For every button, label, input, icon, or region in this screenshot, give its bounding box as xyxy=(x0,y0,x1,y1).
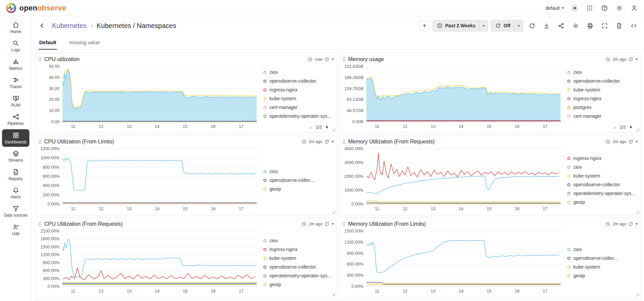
panel-refresh-icon[interactable] xyxy=(628,139,633,144)
breadcrumb-dashboards-link[interactable]: Kubernetes xyxy=(52,22,86,30)
legend-item-ingress-nginx[interactable]: ingress-nginx xyxy=(263,87,334,92)
time-range-caret[interactable]: ▾ xyxy=(480,20,488,31)
legend-item-openobserve-collector[interactable]: openobserve-collector xyxy=(567,182,638,187)
legend-page-up-icon[interactable]: ▲ xyxy=(613,125,617,130)
legend-item-ziox[interactable]: ziox xyxy=(567,164,638,170)
panel-menu-caret[interactable]: ▾ xyxy=(332,57,334,61)
print-button[interactable] xyxy=(584,20,596,31)
panel-refresh-icon[interactable] xyxy=(325,222,329,226)
sidebar-item-metrics[interactable]: Metrics xyxy=(2,56,29,73)
sidebar-item-logs[interactable]: Logs xyxy=(2,37,29,55)
add-panel-button[interactable]: + xyxy=(419,21,430,31)
legend-item-openobserve-collector[interactable]: openobserve-collec... xyxy=(567,255,638,261)
download-button[interactable] xyxy=(541,20,552,31)
legend-item-cert-manager[interactable]: cert-manager xyxy=(263,105,334,110)
legend-item-kube-system[interactable]: kube-system xyxy=(567,87,638,92)
json-file-button[interactable] xyxy=(613,20,625,31)
panel-refresh-icon[interactable] xyxy=(325,57,329,62)
tab-missing-value[interactable]: missing value xyxy=(69,39,101,50)
sidebar-item-alerts[interactable]: Alerts xyxy=(2,184,29,202)
theme-sun-icon[interactable] xyxy=(571,4,578,12)
panel-drag-handle-icon[interactable] xyxy=(342,57,345,62)
sidebar-item-streams[interactable]: Streams xyxy=(2,147,29,165)
auto-refresh-caret[interactable]: ▾ xyxy=(514,20,523,31)
sidebar-item-reports[interactable]: Reports xyxy=(2,166,29,184)
panel-resize-handle[interactable] xyxy=(636,128,639,132)
legend-item-opentelemetry-operator-system[interactable]: opentelemetry-operator-sys... xyxy=(263,113,334,119)
panel-menu-caret[interactable]: ▾ xyxy=(636,57,638,61)
fullscreen-button[interactable] xyxy=(599,20,610,31)
legend-item-ziox[interactable]: ziox xyxy=(263,70,334,75)
legend-item-kube-system[interactable]: kube-system xyxy=(263,96,334,101)
refresh-button[interactable] xyxy=(526,20,538,31)
dashboard-settings-button[interactable] xyxy=(570,20,581,31)
legend-item-openobserve-collector[interactable]: openobserve-collec... xyxy=(263,177,334,183)
legend-item-kube-system[interactable]: kube-system xyxy=(263,255,334,261)
legend-item-ingress-nginx[interactable]: ingress-nginx xyxy=(567,96,638,101)
panel-menu-caret[interactable]: ▾ xyxy=(636,222,638,226)
legend-item-kube-system[interactable]: kube-system xyxy=(567,173,638,179)
legend-item-postgres[interactable]: postgres xyxy=(567,105,638,110)
sidebar-item-dashboards[interactable]: Dashboards xyxy=(2,129,29,147)
code-button[interactable] xyxy=(628,20,639,31)
panel-refresh-icon[interactable] xyxy=(628,57,633,62)
panel-menu-caret[interactable]: ▾ xyxy=(332,222,334,226)
chart-plot[interactable]: 0.00%1000.00%2000.00%3000.00%4000.00%111… xyxy=(342,146,566,213)
sidebar-item-traces[interactable]: Traces xyxy=(2,74,29,91)
sidebar-item-pipelines[interactable]: Pipelines xyxy=(2,111,29,128)
legend-page-down-icon[interactable]: ▼ xyxy=(629,125,633,130)
legend-item-openobserve-collector[interactable]: openobserve-collector xyxy=(567,78,638,84)
legend-item-openobserve-collector[interactable]: openobserve-collector xyxy=(263,78,334,84)
sidebar-item-home[interactable]: Home xyxy=(2,19,29,36)
panel-drag-handle-icon[interactable] xyxy=(38,57,42,62)
chart-plot[interactable]: 0.00%200.00%400.00%600.00%800.00%1000.00… xyxy=(38,146,262,213)
openobserve-logo[interactable]: openobserve xyxy=(6,3,66,13)
sidebar-item-data-sources[interactable]: Data sources xyxy=(2,202,29,220)
panel-resize-handle[interactable] xyxy=(636,211,639,214)
time-range-picker[interactable]: Past 2 Weeks ▾ xyxy=(433,20,488,31)
auto-refresh-picker[interactable]: Off ▾ xyxy=(491,20,523,31)
share-button[interactable] xyxy=(555,20,567,31)
legend-item-ziox[interactable]: ziox xyxy=(567,247,638,252)
panel-resize-handle[interactable] xyxy=(332,293,335,296)
panel-refresh-icon[interactable] xyxy=(628,222,633,226)
legend-item-geoip[interactable]: geoip xyxy=(567,199,638,205)
chart-plot[interactable]: 0.0010.0020.0030.0040.0050.0011121314151… xyxy=(38,64,262,131)
help-icon[interactable] xyxy=(601,4,608,12)
chart-plot[interactable]: 0.00B46.57GB93.13GB139.70GB186.26GB232.8… xyxy=(342,64,566,131)
legend-item-ziox[interactable]: ziox xyxy=(567,70,638,75)
apps-grid-icon[interactable] xyxy=(586,4,593,12)
panel-drag-handle-icon[interactable] xyxy=(342,221,345,227)
panel-refresh-icon[interactable] xyxy=(325,139,329,144)
legend-item-geoip[interactable]: geoip xyxy=(567,273,638,278)
panel-resize-handle[interactable] xyxy=(332,211,335,214)
legend-item-cert-manager[interactable]: cert-manager xyxy=(567,113,638,119)
panel-resize-handle[interactable] xyxy=(636,293,639,296)
legend-item-ziox[interactable]: ziox xyxy=(263,238,334,243)
legend-item-ingress-nginx[interactable]: ingress-nginx xyxy=(567,156,638,161)
legend-item-geoip[interactable]: geoip xyxy=(263,282,334,287)
panel-drag-handle-icon[interactable] xyxy=(38,221,42,227)
panel-menu-caret[interactable]: ▾ xyxy=(636,139,638,144)
org-selector[interactable]: default ▾ xyxy=(545,5,564,11)
legend-item-opentelemetry-operator-system[interactable]: opentelemetry-operator-sys... xyxy=(567,191,638,196)
sidebar-item-iam[interactable]: IAM xyxy=(2,221,29,239)
legend-page-up-icon[interactable]: ▲ xyxy=(309,125,313,130)
back-button[interactable] xyxy=(36,20,48,31)
panel-drag-handle-icon[interactable] xyxy=(342,139,345,144)
legend-page-down-icon[interactable]: ▼ xyxy=(325,125,329,130)
tab-default[interactable]: Default xyxy=(38,39,57,50)
settings-gear-icon[interactable] xyxy=(616,4,623,12)
user-icon[interactable] xyxy=(630,4,638,12)
legend-item-ingress-nginx[interactable]: ingress-nginx xyxy=(263,247,334,252)
panel-resize-handle[interactable] xyxy=(332,128,335,132)
chart-plot[interactable]: 0.00%300.00%600.00%900.00%1200.00%1500.0… xyxy=(342,228,566,295)
panel-drag-handle-icon[interactable] xyxy=(38,139,42,144)
legend-item-openobserve-collector[interactable]: openobserve-collector xyxy=(263,264,334,270)
chart-plot[interactable]: 0.00%300.00%600.00%900.00%1200.00%1500.0… xyxy=(38,228,262,295)
legend-item-ziox[interactable]: ziox xyxy=(263,169,334,174)
panel-menu-caret[interactable]: ▾ xyxy=(332,139,334,144)
legend-item-geoip[interactable]: geoip xyxy=(263,186,334,192)
legend-item-opentelemetry-operator-system[interactable]: opentelemetry-operator-sys... xyxy=(263,273,334,278)
legend-item-kube-system[interactable]: kube-system xyxy=(567,264,638,270)
